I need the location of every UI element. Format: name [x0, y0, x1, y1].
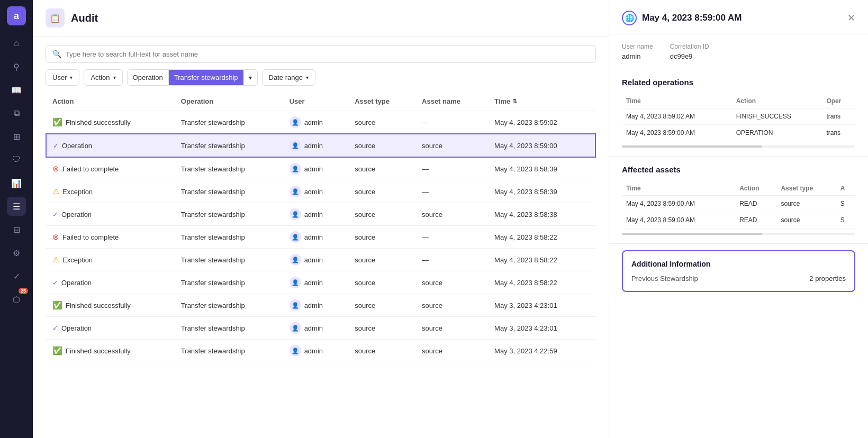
- audit-table-container[interactable]: Action Operation User Asset type Asset n…: [33, 92, 609, 438]
- col-operation: Operation: [175, 92, 283, 111]
- panel-meta: User name admin Correlation ID dc99e9: [609, 34, 868, 69]
- table-row[interactable]: ✓ Operation Transfer stewardship 👤 admin…: [46, 271, 595, 294]
- affected-assets-header: Time Action Asset type A: [622, 181, 855, 196]
- search-box[interactable]: 🔍: [46, 45, 596, 63]
- sidebar-item-notification[interactable]: ⬡ 25: [7, 290, 26, 309]
- row-action: ✓ Operation: [46, 203, 175, 226]
- row-asset-name: source: [415, 134, 488, 157]
- date-range-filter-button[interactable]: Date range ▾: [262, 69, 315, 86]
- ro-time: May 4, 2023 8:59:00 AM: [622, 125, 732, 141]
- sidebar-item-gear[interactable]: ⚙: [7, 243, 26, 262]
- user-avatar: 👤: [290, 322, 301, 334]
- action-filter-chevron: ▾: [113, 75, 116, 80]
- row-action: ⚠ Exception: [46, 180, 175, 203]
- row-asset-name: source: [415, 340, 488, 362]
- close-button[interactable]: ✕: [847, 12, 855, 24]
- sidebar-item-shield[interactable]: 🛡: [7, 150, 26, 169]
- sidebar-item-grid[interactable]: ⊞: [7, 127, 26, 146]
- sidebar-item-table[interactable]: ⊟: [7, 220, 26, 239]
- related-ops-scrollbar[interactable]: [622, 145, 855, 148]
- row-asset-type: source: [348, 340, 415, 362]
- sidebar-item-check[interactable]: ✓: [7, 267, 26, 286]
- row-operation: Transfer stewardship: [175, 157, 283, 180]
- row-asset-name: source: [415, 203, 488, 226]
- related-operations-table: Time Action Oper May 4, 2023 8:59:02 AM …: [622, 94, 855, 141]
- row-asset-type: source: [348, 180, 415, 203]
- filter-bar: User ▾ Action ▾ Operation Transfer stewa…: [33, 69, 609, 92]
- table-row[interactable]: ✅ Finished successfully Transfer steward…: [46, 340, 595, 362]
- aa-asset-type: source: [776, 212, 836, 229]
- affected-assets-scrollbar[interactable]: [622, 233, 855, 235]
- aa-a: S: [836, 212, 855, 229]
- row-time: May 3, 2023 4:23:01: [488, 317, 595, 340]
- row-operation: Transfer stewardship: [175, 294, 283, 317]
- table-row[interactable]: ✓ Operation Transfer stewardship 👤 admin…: [46, 317, 595, 340]
- aa-time: May 4, 2023 8:59:00 AM: [622, 196, 735, 212]
- row-operation: Transfer stewardship: [175, 180, 283, 203]
- table-row[interactable]: ⚠ Exception Transfer stewardship 👤 admin…: [46, 180, 595, 203]
- sidebar: a ⌂ ⚲ 📖 ⧉ ⊞ 🛡 📊 ☰ ⊟ ⚙ ✓ ⬡ 25: [0, 0, 33, 438]
- row-time: May 4, 2023 8:58:22: [488, 271, 595, 294]
- audit-table: Action Operation User Asset type Asset n…: [46, 92, 596, 362]
- sidebar-item-search[interactable]: ⚲: [7, 57, 26, 76]
- operation-filter-wrap: Operation Transfer stewardship ▾: [127, 69, 258, 86]
- row-asset-name: —: [415, 226, 488, 249]
- row-action: ✓ Operation: [46, 317, 175, 340]
- operation-filter-chevron[interactable]: ▾: [243, 70, 257, 85]
- ro-col-action: Action: [732, 94, 822, 108]
- page-header: 📋 Audit: [33, 0, 609, 36]
- row-operation: Transfer stewardship: [175, 111, 283, 134]
- table-row[interactable]: ⚠ Exception Transfer stewardship 👤 admin…: [46, 249, 595, 271]
- row-action: ✅ Finished successfully: [46, 294, 175, 317]
- row-action: ⊗ Failed to complete: [46, 226, 175, 249]
- row-time: May 3, 2023 4:23:01: [488, 294, 595, 317]
- related-op-row[interactable]: May 4, 2023 8:59:00 AM OPERATION trans: [622, 125, 855, 141]
- user-filter-button[interactable]: User ▾: [46, 69, 79, 86]
- aa-time: May 4, 2023 8:59:00 AM: [622, 212, 735, 229]
- affected-assets-table: Time Action Asset type A May 4, 2023 8:5…: [622, 181, 855, 229]
- row-asset-type: source: [348, 203, 415, 226]
- aa-col-action: Action: [735, 181, 776, 196]
- user-avatar: 👤: [290, 140, 301, 151]
- table-row[interactable]: ✅ Finished successfully Transfer steward…: [46, 294, 595, 317]
- table-row[interactable]: ✓ Operation Transfer stewardship 👤 admin…: [46, 203, 595, 226]
- related-ops-header: Time Action Oper: [622, 94, 855, 108]
- aa-action: READ: [735, 212, 776, 229]
- table-row[interactable]: ⊗ Failed to complete Transfer stewardshi…: [46, 226, 595, 249]
- table-row[interactable]: ⊗ Failed to complete Transfer stewardshi…: [46, 157, 595, 180]
- app-logo[interactable]: a: [7, 6, 26, 25]
- row-operation: Transfer stewardship: [175, 203, 283, 226]
- action-filter-button[interactable]: Action ▾: [84, 69, 122, 86]
- row-action: ✅ Finished successfully: [46, 340, 175, 362]
- affected-asset-row[interactable]: May 4, 2023 8:59:00 AM READ source S: [622, 196, 855, 212]
- user-avatar: 👤: [290, 345, 301, 357]
- sidebar-item-chart[interactable]: 📊: [7, 174, 26, 193]
- col-user: User: [283, 92, 349, 111]
- user-avatar: 👤: [290, 163, 301, 175]
- col-time: Time ⇅: [488, 92, 595, 111]
- user-avatar: 👤: [290, 277, 301, 288]
- sidebar-item-layers[interactable]: ⧉: [7, 104, 26, 123]
- operation-filter-active[interactable]: Transfer stewardship: [169, 70, 243, 85]
- row-asset-type: source: [348, 226, 415, 249]
- table-row[interactable]: ✅ Finished successfully Transfer steward…: [46, 111, 595, 134]
- sidebar-item-home[interactable]: ⌂: [7, 34, 26, 53]
- ro-col-time: Time: [622, 94, 732, 108]
- affected-asset-row[interactable]: May 4, 2023 8:59:00 AM READ source S: [622, 212, 855, 229]
- aa-col-asset-type: Asset type: [776, 181, 836, 196]
- row-asset-type: source: [348, 157, 415, 180]
- globe-icon: 🌐: [622, 11, 637, 25]
- sidebar-item-book[interactable]: 📖: [7, 80, 26, 99]
- row-time: May 4, 2023 8:58:39: [488, 180, 595, 203]
- aa-col-a: A: [836, 181, 855, 196]
- affected-assets-title: Affected assets: [622, 165, 855, 174]
- related-op-row[interactable]: May 4, 2023 8:59:02 AM FINISH_SUCCESS tr…: [622, 108, 855, 125]
- correlation-id-label: Correlation ID: [670, 43, 709, 50]
- row-asset-type: source: [348, 271, 415, 294]
- search-input[interactable]: [66, 50, 589, 58]
- search-container: 🔍: [33, 36, 609, 69]
- sidebar-item-list[interactable]: ☰: [7, 197, 26, 216]
- row-user: 👤 admin: [283, 249, 349, 271]
- table-row[interactable]: ✓ Operation Transfer stewardship 👤 admin…: [46, 134, 595, 157]
- search-icon: 🔍: [52, 50, 61, 58]
